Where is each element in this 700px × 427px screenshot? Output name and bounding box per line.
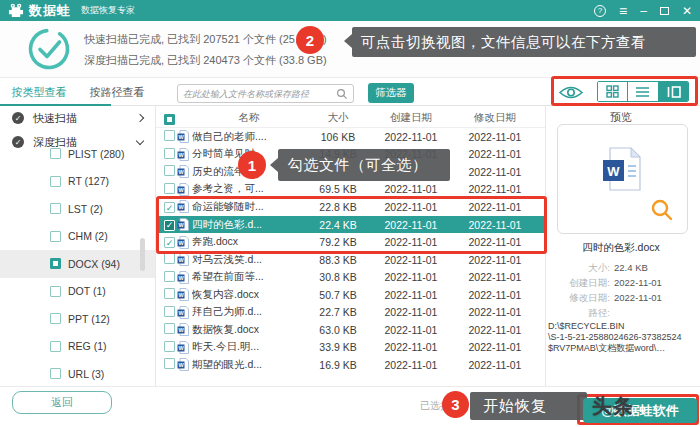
close-icon[interactable]: ✕ (682, 5, 692, 17)
eye-icon[interactable] (558, 84, 584, 101)
word-file-icon: W (174, 183, 192, 196)
header-created[interactable]: 创建日期 (370, 111, 452, 125)
type-checkbox[interactable] (50, 203, 61, 214)
word-file-icon: W (174, 323, 192, 336)
sidebar-item-file-type[interactable]: DOT (1) (0, 278, 155, 306)
file-size: 30.8 KB (306, 271, 370, 283)
file-created-date: 2022-11-01 (370, 324, 452, 336)
type-checkbox[interactable] (50, 231, 61, 242)
table-header: 名称 大小 创建日期 修改日期 (156, 109, 545, 127)
word-file-icon: W (174, 148, 192, 161)
sidebar-item-file-type[interactable]: PPT (12) (0, 305, 155, 333)
type-checkbox[interactable] (50, 258, 61, 269)
type-checkbox[interactable] (50, 313, 61, 324)
quick-scan-status: 快速扫描已完成, 已找到 207521 个文件 (25.6 GB) (84, 29, 327, 50)
file-size: 33.9 KB (306, 341, 370, 353)
file-name: 对乌云浅笑.d... (192, 253, 306, 267)
preview-details: 大小:22.4 KB 创建日期:2022-11-01 修改日期:2022-11-… (548, 260, 696, 320)
table-row[interactable]: W 四时的色彩.d... 22.4 KB 2022-11-01 2022-11-… (156, 216, 545, 234)
detail-label: 创建日期: (548, 275, 610, 290)
file-created-date: 2022-11-01 (370, 183, 452, 195)
maximize-icon[interactable] (660, 7, 669, 15)
file-type-list: PLIST (280) RT (127) LST (2) CHM (2) DOC… (0, 140, 155, 388)
sidebar-item-file-type[interactable]: RT (127) (0, 168, 155, 196)
sidebar-item-file-type[interactable]: REG (1) (0, 333, 155, 361)
preview-path-value: D:\$RECYCLE.BIN\S-1-5-21-2588024626-3738… (548, 321, 696, 354)
search-input[interactable] (183, 89, 336, 99)
detail-label: 大小: (548, 260, 610, 275)
sidebar-item-file-type[interactable]: DOCX (94) (0, 250, 155, 278)
header-name[interactable]: 名称 (192, 111, 306, 125)
file-name: 拜自己为师.d... (192, 305, 306, 319)
search-icon (336, 88, 348, 100)
title-bar: 数据蛙 数据恢复专家 ? ≡ – ✕ (0, 0, 700, 21)
bottom-separator (0, 386, 700, 387)
back-button[interactable]: 返回 (12, 391, 112, 414)
list-view-icon[interactable] (628, 82, 658, 101)
file-name: 参考之资，可... (192, 182, 306, 196)
sidebar-scrollbar[interactable] (140, 238, 145, 271)
file-modified-date: 2022-11-01 (452, 254, 538, 266)
grid-view-icon[interactable] (598, 82, 628, 101)
type-checkbox[interactable] (50, 368, 61, 379)
type-checkbox[interactable] (50, 148, 61, 159)
header-modified[interactable]: 修改日期 (452, 111, 538, 125)
table-row[interactable]: W 恢复内容.docx 50.7 KB 2022-11-01 2022-11-0… (156, 286, 545, 304)
table-row[interactable]: W 命运能够随时... 22.8 KB 2022-11-01 2022-11-0… (156, 198, 545, 216)
detail-value: 2022-11-01 (614, 275, 662, 290)
file-created-date: 2022-11-01 (370, 359, 452, 371)
zoom-magnifier-icon[interactable] (650, 198, 674, 222)
type-label: REG (1) (68, 340, 107, 352)
menu-icon[interactable]: ≡ (619, 4, 627, 18)
tab-view-by-type[interactable]: 按类型查看 (0, 78, 78, 106)
sidebar-item-file-type[interactable]: LST (2) (0, 195, 155, 223)
sidebar-item-file-type[interactable]: CHM (2) (0, 223, 155, 251)
type-label: URL (3) (68, 368, 104, 380)
type-label: PLIST (280) (68, 148, 124, 160)
svg-text:W: W (178, 222, 184, 228)
file-modified-date: 2022-11-01 (452, 166, 538, 178)
step-badge-2: 2 (296, 26, 324, 54)
sidebar-item-file-type[interactable]: PLIST (280) (0, 140, 155, 168)
file-created-date: 2022-11-01 (370, 131, 452, 143)
file-created-date: 2022-11-01 (370, 271, 452, 283)
type-label: RT (127) (68, 175, 109, 187)
sidebar-item-quick-scan[interactable]: 快速扫描 (0, 106, 155, 130)
table-row[interactable]: W 对乌云浅笑.d... 88.3 KB 2022-11-01 2022-11-… (156, 251, 545, 269)
app-title: 数据蛙 (29, 2, 71, 20)
type-checkbox[interactable] (50, 286, 61, 297)
search-box (177, 84, 354, 103)
table-row[interactable]: W 希望在前面等... 30.8 KB 2022-11-01 2022-11-0… (156, 268, 545, 286)
filter-button[interactable]: 筛选器 (368, 83, 414, 103)
table-row[interactable]: W 期望的眼光.d... 16.9 KB 2022-11-01 2022-11-… (156, 356, 545, 374)
table-row[interactable]: W 拜自己为师.d... 22.7 KB 2022-11-01 2022-11-… (156, 303, 545, 321)
file-size: 88.3 KB (306, 254, 370, 266)
sidebar-item-file-type[interactable]: URL (3) (0, 360, 155, 388)
select-all-checkbox[interactable] (164, 114, 175, 125)
file-created-date: 2022-11-01 (370, 341, 452, 353)
svg-text:W: W (178, 257, 184, 263)
svg-text:W: W (178, 292, 184, 298)
detail-view-icon[interactable] (659, 82, 688, 101)
minimize-icon[interactable]: – (640, 5, 647, 17)
file-modified-date: 2022-11-01 (452, 341, 538, 353)
table-row[interactable]: W 做自己的老师.... 106 KB 2022-11-01 2022-11-0… (156, 128, 545, 146)
table-row[interactable]: W 奔跑.docx 79.2 KB 2022-11-01 2022-11-01 (156, 233, 545, 251)
table-row[interactable]: W 参考之资，可... 69.5 KB 2022-11-01 2022-11-0… (156, 181, 545, 199)
file-name: 奔跑.docx (192, 235, 306, 249)
table-row[interactable]: W 数据恢复.docx 63.0 KB 2022-11-01 2022-11-0… (156, 321, 545, 339)
word-file-icon: W (174, 165, 192, 178)
table-row[interactable]: W 昨天.今日.明... 33.9 KB 2022-11-01 2022-11-… (156, 339, 545, 357)
help-icon[interactable]: ? (594, 5, 606, 17)
tooltip-check-files: 勾选文件（可全选） (278, 149, 450, 181)
type-checkbox[interactable] (50, 176, 61, 187)
tab-view-by-path[interactable]: 按路径查看 (78, 78, 156, 106)
file-modified-date: 2022-11-01 (452, 271, 538, 283)
file-name: 希望在前面等... (192, 270, 306, 284)
type-checkbox[interactable] (50, 341, 61, 352)
word-file-icon: W (174, 288, 192, 301)
file-size: 50.7 KB (306, 289, 370, 301)
detail-value: 2022-11-01 (614, 290, 662, 305)
header-size[interactable]: 大小 (306, 111, 370, 125)
svg-text:W: W (178, 310, 184, 316)
